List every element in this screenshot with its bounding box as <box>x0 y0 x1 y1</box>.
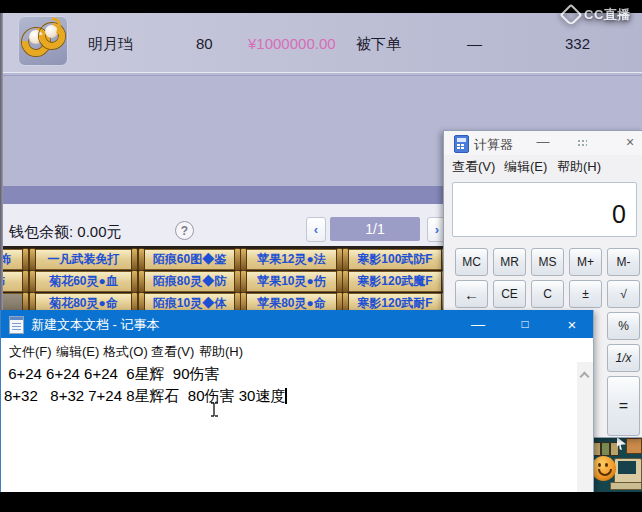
text-caret <box>285 388 287 404</box>
notepad-window: 新建文本文档 - 记事本 — □ × 文件(F) 编辑(E) 格式(O) 查看(… <box>0 310 594 492</box>
notepad-text-area[interactable]: 6+24 6+24 6+24 6星辉 90伤害 8+32 8+32 7+24 8… <box>1 362 579 492</box>
notepad-maximize-button[interactable]: □ <box>508 310 542 338</box>
calc-key-equals[interactable]: = <box>607 376 640 436</box>
page-indicator: 1/1 <box>330 217 420 241</box>
calc-key-reciprocal[interactable]: 1/x <box>607 344 640 372</box>
item-button[interactable]: 寒影100武防F <box>344 249 446 270</box>
game-art-smiley <box>590 436 642 492</box>
notepad-line2: 8+32 8+32 7+24 8星辉石 80伤害 30速度 <box>4 387 287 406</box>
letterbox-bottom <box>0 492 642 512</box>
item-button[interactable]: 寒影120武魔F <box>344 271 446 292</box>
np-menu-edit[interactable]: 编辑(E) <box>56 343 99 361</box>
calculator-icon <box>454 135 469 153</box>
calc-key-mminus[interactable]: M- <box>607 248 640 276</box>
notepad-line1: 6+24 6+24 6+24 6星辉 90伤害 <box>4 365 220 384</box>
screen: 明月珰 80 ¥1000000.00 被下单 — 332 钱包余额: 0.00元… <box>0 0 642 512</box>
np-menu-help[interactable]: 帮助(H) <box>199 343 243 361</box>
listing-row[interactable]: 明月珰 80 ¥1000000.00 被下单 — 332 <box>3 13 642 73</box>
wallet-balance: 钱包余额: 0.00元 <box>9 223 122 242</box>
calc-key-mplus[interactable]: M+ <box>569 248 602 276</box>
np-menu-file[interactable]: 文件(F) <box>9 343 52 361</box>
item-button[interactable]: 苹果10灵●伤 <box>242 271 341 292</box>
item-name: 明月珰 <box>88 35 133 54</box>
scroll-up-arrow[interactable] <box>581 370 589 378</box>
item-button[interactable]: 菊花60灵●血 <box>31 271 136 292</box>
item-dash: — <box>467 35 482 52</box>
item-button[interactable]: 陌痕80灵◆防 <box>140 271 239 292</box>
calc-key-percent[interactable]: % <box>607 312 640 340</box>
calc-menu-edit[interactable]: 编辑(E) <box>504 158 547 176</box>
calculator-menubar: 查看(V) 编辑(E) 帮助(H) <box>444 155 642 177</box>
item-button-partial[interactable]: 灵饰 <box>3 249 27 270</box>
calculator-display-value: 0 <box>612 200 626 229</box>
calculator-close-button[interactable]: × <box>619 134 641 150</box>
calculator-display: 0 <box>452 182 637 237</box>
calc-menu-view[interactable]: 查看(V) <box>452 158 495 176</box>
calculator-titlebar[interactable]: 计算器 — × <box>444 131 642 155</box>
calc-key-c[interactable]: C <box>531 280 564 308</box>
item-level: 80 <box>196 35 213 52</box>
item-price: ¥1000000.00 <box>248 35 336 52</box>
cc-live-watermark: CC直播 <box>563 6 631 24</box>
notepad-icon <box>9 316 24 334</box>
calc-menu-help[interactable]: 帮助(H) <box>557 158 601 176</box>
calculator-minimize-button[interactable]: — <box>532 134 554 150</box>
calc-key-mc[interactable]: MC <box>455 248 488 276</box>
np-menu-view[interactable]: 查看(V) <box>151 343 194 361</box>
calc-key-ce[interactable]: CE <box>493 280 526 308</box>
item-button[interactable]: 苹果12灵●法 <box>242 249 341 270</box>
calc-key-sqrt[interactable]: √ <box>607 280 640 308</box>
calc-key-ms[interactable]: MS <box>531 248 564 276</box>
notepad-menubar: 文件(F) 编辑(E) 格式(O) 查看(V) 帮助(H) <box>1 338 593 362</box>
item-icon-earrings[interactable] <box>18 16 68 66</box>
notepad-close-button[interactable]: × <box>555 310 589 338</box>
notepad-minimize-button[interactable]: — <box>461 310 495 338</box>
letterbox-top <box>0 0 642 13</box>
calc-key-plusminus[interactable]: ± <box>569 280 602 308</box>
calc-key-mr[interactable]: MR <box>493 248 526 276</box>
item-button[interactable]: 一凡武装免打 <box>31 249 136 270</box>
item-button[interactable]: 陌痕60图◆鉴 <box>140 249 239 270</box>
help-icon[interactable]: ? <box>175 221 194 240</box>
item-status: 被下单 <box>356 35 401 54</box>
calculator-title: 计算器 <box>474 136 513 154</box>
cc-live-logo-icon <box>560 4 583 27</box>
notepad-title: 新建文本文档 - 记事本 <box>31 316 160 334</box>
np-menu-format[interactable]: 格式(O) <box>103 343 148 361</box>
item-button-partial[interactable]: 饰 <box>3 271 27 292</box>
notepad-titlebar[interactable]: 新建文本文档 - 记事本 — □ × <box>1 310 593 338</box>
calc-key-backspace[interactable]: ← <box>455 280 488 308</box>
calculator-maximize-disabled-icon <box>577 139 587 147</box>
notepad-scrollbar[interactable] <box>577 362 593 492</box>
item-count: 332 <box>565 35 590 52</box>
prev-page-button[interactable]: ‹ <box>306 217 326 242</box>
mouse-ibeam-cursor <box>210 402 219 417</box>
